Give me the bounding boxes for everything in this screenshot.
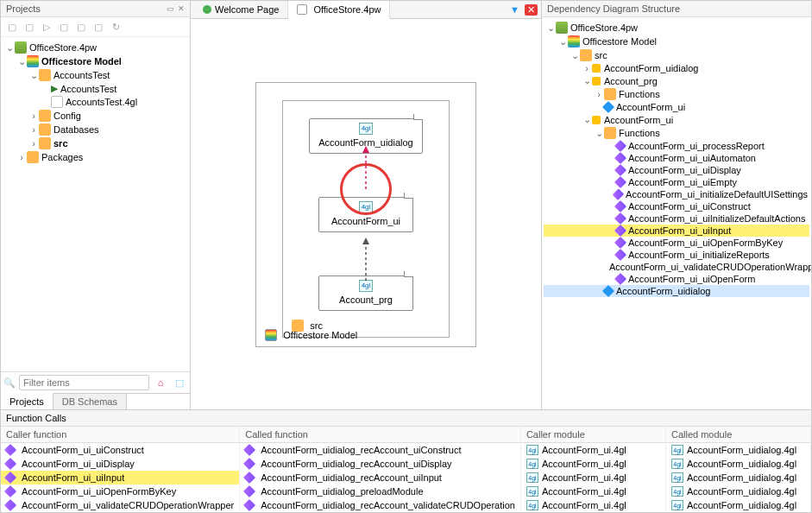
tree-item[interactable]: AccountForm_ui_initializeDefaultUISettin… (544, 188, 809, 200)
tree-item[interactable]: ›Config (3, 109, 188, 123)
tab-db-schemas[interactable]: DB Schemas (54, 394, 127, 409)
collapse-icon[interactable]: ⌄ (545, 22, 556, 34)
table-cell[interactable]: 4glAccountForm_ui.4gl (521, 443, 665, 457)
expand-icon[interactable]: › (28, 138, 39, 149)
table-cell[interactable]: AccountForm_uidialog_recAccount_uiConstr… (240, 443, 520, 457)
table-cell[interactable]: AccountForm_uidialog_recAccount_validate… (240, 498, 520, 512)
tree-item[interactable]: AccountForm_ui_validateCRUDOperationWrap… (544, 261, 809, 273)
table-cell[interactable]: 4glAccountForm_uidialog.4gl (666, 484, 810, 498)
function-icon (614, 200, 626, 212)
tab-officestore[interactable]: OfficeStore.4pw (288, 1, 390, 19)
expand-icon[interactable]: › (28, 111, 39, 121)
table-cell[interactable]: AccountForm_ui_uiDisplay (1, 457, 239, 471)
collapse-icon[interactable]: ⌄ (4, 42, 15, 54)
tree-item[interactable]: ⌄src (544, 48, 809, 62)
table-cell[interactable]: 4glAccountForm_ui.4gl (521, 498, 665, 512)
close-icon[interactable]: ✕ (178, 4, 185, 13)
table-cell[interactable]: 4glAccountForm_ui.4gl (521, 457, 665, 471)
tree-item[interactable]: AccountForm_ui_uiDisplay (544, 164, 809, 176)
expand-icon[interactable]: › (28, 124, 39, 135)
toolbar-btn[interactable]: ▢ (22, 19, 37, 35)
tree-item[interactable]: AccountForm_ui (544, 101, 809, 113)
tree-item-label: AccountForm_ui_uiInput (628, 225, 731, 236)
tab-welcome[interactable]: Welcome Page (194, 1, 288, 18)
projects-tree[interactable]: ⌄OfficeStore.4pw⌄Officestore Model⌄Accou… (1, 37, 190, 371)
table-cell[interactable]: 4glAccountForm_uidialog.4gl (666, 457, 810, 471)
table-cell[interactable]: 4glAccountForm_uidialog.4gl (666, 471, 810, 484)
toolbar-btn[interactable]: ▢ (56, 19, 72, 35)
tree-item[interactable]: AccountForm_ui_initializeReports (544, 249, 809, 261)
collapse-icon[interactable]: ⌄ (582, 75, 592, 86)
filter-btn[interactable]: ⌂ (153, 375, 168, 390)
table-cell[interactable]: 4glAccountForm_uidialog.4gl (666, 443, 810, 457)
tree-item[interactable]: AccountForm_ui_uiInitializeDefaultAction… (544, 212, 809, 225)
toolbar-btn[interactable]: ↻ (108, 19, 123, 35)
table-cell[interactable]: 4glAccountForm_ui.4gl (521, 471, 665, 484)
column-header[interactable]: Caller function (1, 427, 239, 443)
tree-item[interactable]: AccountForm_ui_uiOpenFormByKey (544, 237, 809, 249)
function-icon (4, 499, 16, 511)
tree-item[interactable]: ⌄AccountsTest (3, 68, 188, 82)
column-header[interactable]: Called function (240, 427, 520, 443)
tree-item[interactable]: ⌄AccountForm_ui (544, 113, 809, 126)
function-icon (614, 152, 626, 164)
collapse-icon[interactable]: ⌄ (570, 50, 580, 61)
tree-item[interactable]: ›Functions (544, 87, 809, 101)
tree-item[interactable]: ⌄Officestore Model (544, 35, 809, 48)
filter-btn[interactable]: ⬚ (172, 375, 187, 390)
tree-item[interactable]: ⌄Functions (544, 126, 809, 140)
collapse-icon[interactable]: ⌄ (582, 114, 592, 125)
tree-item[interactable]: AccountForm_ui_uiEmpty (544, 176, 809, 188)
minimize-view-icon[interactable]: ▼ (510, 4, 519, 15)
toolbar-btn[interactable]: ▢ (4, 19, 20, 35)
projects-title: Projects (6, 3, 41, 14)
cell-text: AccountForm_uidialog.4gl (687, 445, 796, 455)
minimize-icon[interactable]: ▭ (167, 4, 174, 13)
tree-item[interactable]: ›src (3, 136, 188, 150)
tree-item[interactable]: AccountForm_ui_processReport (544, 140, 809, 152)
collapse-icon[interactable]: ⌄ (16, 56, 27, 67)
column-header[interactable]: Called module (666, 427, 810, 443)
tree-item[interactable]: AccountForm_uidialog (544, 285, 809, 297)
table-cell[interactable]: AccountForm_ui_validateCRUDOperationWrap… (1, 498, 239, 512)
tree-item[interactable]: AccountsTest.4gl (3, 95, 188, 109)
column-header[interactable]: Caller module (521, 427, 665, 443)
table-cell[interactable]: AccountForm_ui_uiInput (1, 471, 239, 484)
diagram-canvas[interactable]: 4gl AccountForm_uidialog 4gl AccountForm… (191, 19, 541, 409)
collapse-icon[interactable]: ⌄ (557, 36, 568, 48)
tree-item[interactable]: AccountForm_ui_uiInput (544, 225, 809, 237)
toolbar-btn[interactable]: ▢ (73, 19, 89, 35)
expand-icon[interactable]: › (594, 89, 604, 99)
expand-icon[interactable]: › (582, 63, 592, 73)
table-cell[interactable]: AccountForm_ui_uiConstruct (1, 443, 239, 457)
table-cell[interactable]: AccountForm_ui_uiOpenFormByKey (1, 484, 239, 498)
collapse-icon[interactable]: ⌄ (28, 70, 39, 81)
tree-item[interactable]: ⌄OfficeStore.4pw (544, 21, 809, 35)
tree-item[interactable]: ›AccountForm_uidialog (544, 62, 809, 74)
tab-projects[interactable]: Projects (1, 393, 54, 409)
table-cell[interactable]: AccountForm_uidialog_preloadModule (240, 484, 520, 498)
tree-item[interactable]: ⌄Officestore Model (3, 54, 188, 68)
collapse-icon[interactable]: ⌄ (594, 128, 604, 139)
tree-item[interactable]: ⌄Account_prg (544, 74, 809, 87)
tree-item[interactable]: ▶AccountsTest (3, 82, 188, 95)
toolbar-btn[interactable]: ▷ (39, 19, 54, 35)
close-editor-icon[interactable]: ✕ (525, 4, 538, 16)
filter-input[interactable] (19, 375, 149, 390)
function-calls-table[interactable]: Caller functionAccountForm_ui_uiConstruc… (1, 427, 811, 512)
expand-icon[interactable]: › (16, 152, 27, 162)
tree-item[interactable]: AccountForm_ui_uiConstruct (544, 200, 809, 212)
node-account-prg[interactable]: 4gl Account_prg (318, 276, 413, 311)
table-cell[interactable]: 4glAccountForm_uidialog.4gl (666, 498, 810, 512)
model-container: 4gl AccountForm_uidialog 4gl AccountForm… (255, 82, 475, 347)
table-cell[interactable]: AccountForm_uidialog_recAccount_uiInput (240, 471, 520, 484)
tree-item[interactable]: AccountForm_ui_uiOpenForm (544, 273, 809, 285)
tree-item[interactable]: ⌄OfficeStore.4pw (3, 41, 188, 54)
tree-item[interactable]: ›Databases (3, 123, 188, 136)
tree-item[interactable]: ›Packages (3, 150, 188, 164)
table-cell[interactable]: AccountForm_uidialog_recAccount_uiDispla… (240, 457, 520, 471)
table-cell[interactable]: 4glAccountForm_ui.4gl (521, 484, 665, 498)
dependency-tree[interactable]: ⌄OfficeStore.4pw⌄Officestore Model⌄src›A… (542, 17, 811, 409)
toolbar-btn[interactable]: ▢ (91, 19, 106, 35)
tree-item[interactable]: AccountForm_ui_uiAutomaton (544, 152, 809, 164)
